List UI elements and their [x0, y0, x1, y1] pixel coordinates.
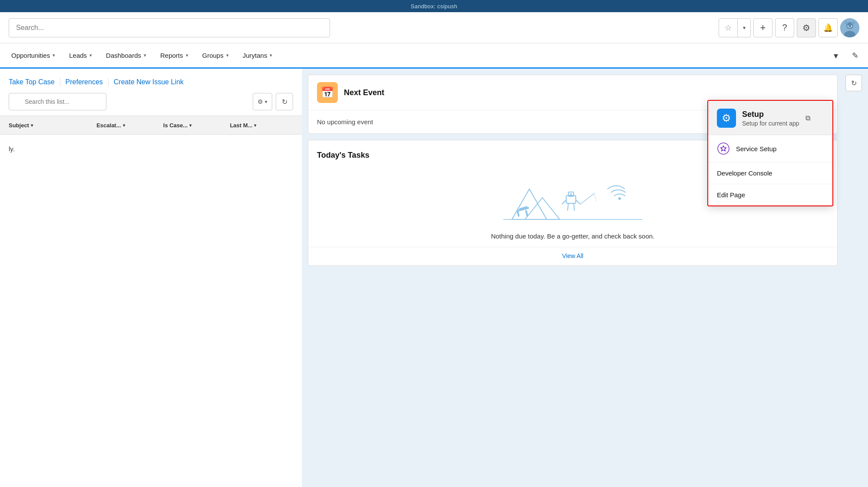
help-button[interactable]: ?	[775, 18, 794, 37]
developer-console-item[interactable]: Developer Console	[708, 162, 832, 184]
svg-marker-7	[512, 189, 547, 219]
add-button[interactable]: +	[753, 18, 772, 37]
svg-point-6	[851, 25, 852, 27]
developer-console-label: Developer Console	[717, 169, 772, 177]
preferences-button[interactable]: Preferences	[66, 76, 103, 88]
main-area: Take Top Case Preferences Create New Iss…	[0, 69, 868, 487]
gear-icon: ⚙	[257, 98, 263, 105]
nav-end: ▾ ✎	[827, 43, 868, 68]
user-avatar[interactable]	[840, 18, 859, 37]
left-panel: Take Top Case Preferences Create New Iss…	[0, 69, 302, 487]
service-setup-item[interactable]: Service Setup	[708, 135, 832, 162]
gear-button[interactable]: ⚙	[797, 18, 816, 37]
iscase-sort-icon: ▾	[189, 123, 191, 128]
empty-message: ly.	[0, 135, 302, 163]
svg-point-5	[848, 25, 849, 27]
svg-line-21	[594, 193, 597, 202]
table-header: Subject ▾ Escalat... ▾ Is Case... ▾ Last…	[0, 116, 302, 135]
nav-edit-button[interactable]: ✎	[846, 47, 864, 64]
svg-point-22	[618, 197, 621, 200]
svg-marker-8	[525, 198, 560, 219]
external-link-icon[interactable]: ⧉	[805, 114, 810, 122]
col-escalat-header[interactable]: Escalat... ▾	[96, 122, 160, 129]
sandbox-title: Sandbox: csipush	[411, 3, 457, 10]
tasks-empty-message: Nothing due today. Be a go-getter, and c…	[308, 232, 837, 247]
favorites-dropdown-button[interactable]: ▾	[738, 18, 751, 37]
notifications-button[interactable]: 🔔	[818, 18, 838, 37]
panel-refresh-icon: ↻	[851, 79, 857, 87]
subject-sort-icon: ▾	[31, 123, 33, 128]
dashboards-chevron: ▾	[144, 53, 146, 58]
svg-line-20	[580, 193, 594, 204]
search-row: ☆ ▾ + ? ⚙ 🔔	[0, 12, 868, 43]
search-list-wrap: 🔍	[9, 93, 249, 110]
setup-top-item[interactable]: ⚙ Setup Setup for current app ⧉	[708, 101, 832, 135]
refresh-icon: ↻	[282, 98, 287, 106]
take-top-case-button[interactable]: Take Top Case	[9, 76, 55, 88]
top-bar: Sandbox: csipush	[0, 0, 868, 12]
tasks-title: Today's Tasks	[317, 151, 370, 160]
svg-point-15	[570, 193, 572, 195]
setup-title: Setup	[742, 110, 799, 119]
reports-chevron: ▾	[186, 53, 188, 58]
next-event-icon-bg: 📅	[317, 82, 338, 103]
search-input[interactable]	[9, 18, 330, 37]
list-gear-button[interactable]: ⚙ ▾	[253, 93, 272, 110]
nav-item-opportunities[interactable]: Opportunities ▾	[4, 43, 62, 69]
edit-page-item[interactable]: Edit Page	[708, 184, 832, 205]
nav-item-jurytans[interactable]: Jurytans ▾	[236, 43, 280, 69]
next-event-title: Next Event	[344, 88, 384, 97]
create-new-issue-link-button[interactable]: Create New Issue Link	[114, 76, 184, 88]
separator-1	[60, 78, 60, 86]
jurytans-chevron: ▾	[270, 53, 272, 58]
nav-item-leads[interactable]: Leads ▾	[62, 43, 99, 69]
nav-item-dashboards[interactable]: Dashboards ▾	[99, 43, 153, 69]
col-lastm-header[interactable]: Last M... ▾	[230, 122, 293, 129]
favorites-star-button[interactable]: ☆	[719, 18, 738, 37]
opportunities-chevron: ▾	[53, 53, 55, 58]
panel-refresh-button[interactable]: ↻	[845, 75, 862, 91]
top-icons: ☆ ▾ + ? ⚙ 🔔	[719, 18, 859, 37]
list-refresh-button[interactable]: ↻	[276, 93, 293, 110]
svg-line-19	[574, 203, 574, 211]
nav-item-reports[interactable]: Reports ▾	[153, 43, 195, 69]
col-subject-header[interactable]: Subject ▾	[9, 122, 93, 129]
edit-page-label: Edit Page	[717, 191, 745, 199]
service-setup-icon	[717, 142, 730, 155]
col-iscase-header[interactable]: Is Case... ▾	[163, 122, 227, 129]
setup-gear-icon: ⚙	[717, 109, 736, 128]
separator-2	[108, 78, 109, 86]
avatar-image	[840, 18, 859, 37]
search-list-input[interactable]	[9, 93, 106, 110]
nav-bar: Opportunities ▾ Leads ▾ Dashboards ▾ Rep…	[0, 43, 868, 69]
setup-dropdown-menu: ⚙ Setup Setup for current app ⧉ Service …	[707, 100, 833, 206]
svg-rect-12	[525, 210, 528, 217]
svg-line-18	[568, 203, 568, 211]
view-all-link[interactable]: View All	[308, 247, 837, 265]
svg-line-16	[562, 200, 566, 204]
setup-subtitle: Setup for current app	[742, 120, 799, 127]
calendar-icon: 📅	[321, 86, 334, 99]
svg-line-17	[576, 200, 580, 204]
search-list-row: 🔍 ⚙ ▾ ↻	[0, 93, 302, 116]
escalat-sort-icon: ▾	[123, 123, 125, 128]
action-bar: Take Top Case Preferences Create New Iss…	[0, 69, 302, 93]
setup-text-group: Setup Setup for current app	[742, 110, 799, 127]
service-setup-label: Service Setup	[736, 145, 776, 152]
nav-more-button[interactable]: ▾	[827, 47, 845, 64]
left-panel-inner: Take Top Case Preferences Create New Iss…	[0, 69, 302, 487]
svg-point-25	[722, 147, 725, 150]
leads-chevron: ▾	[89, 53, 92, 58]
nav-item-groups[interactable]: Groups ▾	[195, 43, 236, 69]
lastm-sort-icon: ▾	[254, 123, 256, 128]
groups-chevron: ▾	[226, 53, 229, 58]
gear-chevron: ▾	[265, 99, 267, 105]
